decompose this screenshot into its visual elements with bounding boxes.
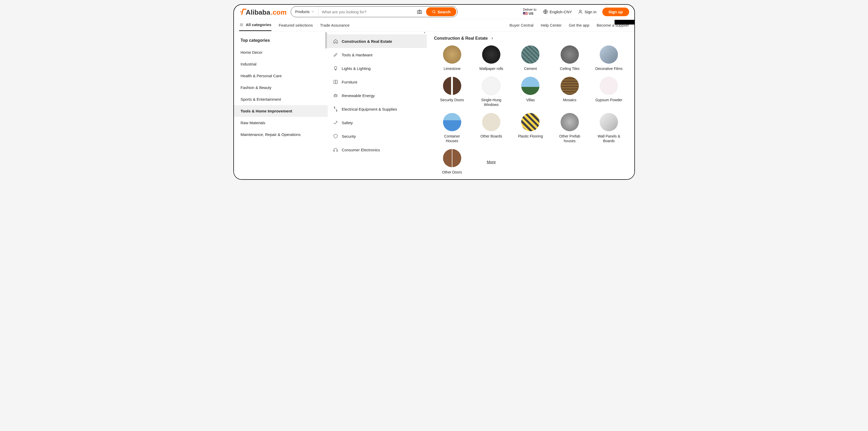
- product-label: Single-Hung Windows: [477, 97, 505, 107]
- col1-item[interactable]: Maintenance, Repair & Operations: [234, 128, 328, 140]
- camera-icon: [417, 9, 423, 15]
- svg-point-5: [579, 10, 581, 12]
- product-thumbnail: [521, 113, 539, 131]
- category-icon: [333, 93, 338, 98]
- nav-bar: All categories Featured selections Trade…: [234, 19, 634, 31]
- col1-heading: Top categories: [234, 34, 328, 47]
- category-icon: [333, 79, 338, 85]
- product-label: Other Doors: [442, 170, 462, 175]
- more-link[interactable]: More: [487, 160, 496, 164]
- user-icon: [578, 9, 583, 15]
- more-cell: More: [473, 149, 509, 175]
- product-cell[interactable]: Other Boards: [473, 113, 509, 143]
- col2-item[interactable]: Tools & Hardware: [328, 48, 427, 62]
- product-cell[interactable]: Wallpaper rolls: [473, 46, 509, 71]
- product-thumbnail: [521, 46, 539, 64]
- product-label: Limestone: [443, 66, 461, 71]
- col2-item[interactable]: Consumer Electronics: [328, 143, 427, 156]
- product-cell[interactable]: Other Prefab houses: [552, 113, 588, 143]
- col2-scrollbar[interactable]: ▴: [424, 31, 427, 179]
- product-label: Other Boards: [480, 134, 502, 139]
- category-column-2: Construction & Real EstateTools & Hardwa…: [328, 31, 427, 179]
- nav-buyer-central[interactable]: Buyer Central: [509, 19, 533, 31]
- product-grid: LimestoneWallpaper rollsCementCeiling Ti…: [434, 46, 627, 175]
- col2-item-label: Consumer Electronics: [342, 148, 380, 152]
- nav-trade-assurance[interactable]: Trade Assurance: [320, 19, 350, 31]
- col1-item[interactable]: Home Decor: [234, 47, 328, 58]
- product-cell[interactable]: Cement: [513, 46, 548, 71]
- col2-item[interactable]: Lights & Lighting: [328, 62, 427, 75]
- deliver-to[interactable]: Deliver to: US: [523, 8, 537, 16]
- col2-item-label: Safety: [342, 120, 353, 125]
- breadcrumb-title: Construction & Real Estate: [434, 36, 488, 41]
- product-cell[interactable]: Ceiling Tiles: [552, 46, 588, 71]
- nav-all-categories[interactable]: All categories: [239, 19, 272, 31]
- product-thumbnail: [600, 113, 618, 131]
- product-thumbnail: [482, 77, 500, 95]
- nav-get-app[interactable]: Get the app: [569, 19, 589, 31]
- product-label: Other Prefab houses: [555, 134, 584, 143]
- category-icon: [333, 38, 338, 44]
- product-thumbnail: [482, 46, 500, 64]
- product-label: Ceiling Tiles: [560, 66, 579, 71]
- search-category-dropdown[interactable]: Products: [291, 6, 319, 17]
- product-cell[interactable]: Other Doors: [434, 149, 470, 175]
- product-cell[interactable]: Single-Hung Windows: [473, 77, 509, 107]
- col2-item[interactable]: Construction & Real Estate: [328, 34, 427, 48]
- product-thumbnail: [561, 113, 579, 131]
- product-thumbnail: [600, 77, 618, 95]
- col1-item[interactable]: Industrial: [234, 58, 328, 70]
- image-search-button[interactable]: [414, 9, 425, 15]
- search-button-label: Search: [437, 10, 451, 14]
- product-cell[interactable]: Plastic Flooring: [513, 113, 548, 143]
- product-cell[interactable]: Container Houses: [434, 113, 470, 143]
- signin-link[interactable]: Sign in: [578, 9, 596, 15]
- product-label: Cement: [524, 66, 537, 71]
- product-cell[interactable]: Limestone: [434, 46, 470, 71]
- mega-menu: Top categories Home DecorIndustrialHealt…: [234, 31, 634, 179]
- signup-label: Sign up: [609, 10, 623, 14]
- col1-item[interactable]: Sports & Entertainment: [234, 93, 328, 105]
- col1-item[interactable]: Health & Personal Care: [234, 70, 328, 82]
- col2-item[interactable]: Safety: [328, 116, 427, 130]
- language-currency-label: English-CNY: [550, 10, 572, 14]
- nav-featured[interactable]: Featured selections: [279, 19, 313, 31]
- language-currency[interactable]: English-CNY: [543, 9, 572, 15]
- col2-item[interactable]: Electrical Equipment & Supplies: [328, 102, 427, 116]
- logo-text-2: .com: [271, 8, 286, 17]
- logo[interactable]: ᒮ Alibaba .com: [239, 7, 287, 17]
- deliver-label: Deliver to:: [523, 8, 537, 11]
- col2-item-label: Lights & Lighting: [342, 66, 371, 71]
- signin-label: Sign in: [585, 10, 596, 14]
- search-input[interactable]: [319, 6, 414, 17]
- col2-item[interactable]: Security: [328, 130, 427, 143]
- scroll-up-icon: ▴: [424, 31, 427, 33]
- col1-item[interactable]: Fashion & Beauty: [234, 82, 328, 93]
- svg-line-3: [435, 12, 435, 13]
- list-icon: [239, 23, 244, 27]
- col2-item-label: Security: [342, 134, 356, 139]
- product-cell[interactable]: Decorative Films: [591, 46, 627, 71]
- col2-item[interactable]: Furniture: [328, 75, 427, 89]
- nav-help-center[interactable]: Help Center: [541, 19, 562, 31]
- product-cell[interactable]: Mosaics: [552, 77, 588, 107]
- scroll-thumb[interactable]: [325, 33, 327, 49]
- category-icon: [333, 120, 338, 125]
- flag-us-icon: [523, 12, 528, 15]
- product-thumbnail: [561, 77, 579, 95]
- product-cell[interactable]: Wall Panels & Boards: [591, 113, 627, 143]
- product-cell[interactable]: Security Doors: [434, 77, 470, 107]
- signup-button[interactable]: Sign up: [602, 7, 629, 16]
- col1-scrollbar[interactable]: ▴: [324, 31, 328, 179]
- col1-item[interactable]: Raw Materials: [234, 117, 328, 128]
- product-cell[interactable]: Villas: [513, 77, 548, 107]
- col2-item[interactable]: Renewable Energy: [328, 89, 427, 102]
- product-label: Container Houses: [438, 134, 466, 143]
- col1-item[interactable]: Tools & Home Improvement: [234, 105, 328, 117]
- col2-item-label: Tools & Hardware: [342, 53, 373, 57]
- category-breadcrumb[interactable]: Construction & Real Estate: [434, 36, 627, 41]
- search-icon: [432, 10, 436, 14]
- product-thumbnail: [443, 46, 461, 64]
- search-button[interactable]: Search: [426, 7, 456, 16]
- product-cell[interactable]: Gypsum Powder: [591, 77, 627, 107]
